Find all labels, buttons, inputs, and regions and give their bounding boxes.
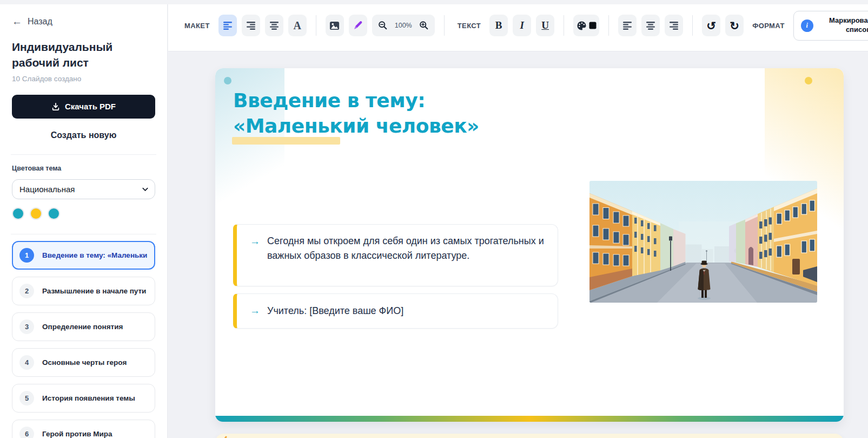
- undo-icon: ↺: [706, 20, 716, 31]
- yellow-dot-decoration: [805, 77, 812, 84]
- list-style-value: Маркированный список: [819, 16, 868, 35]
- bold-button[interactable]: B: [489, 15, 508, 36]
- street-illustration: [589, 181, 817, 303]
- layout-section-label: МАКЕТ: [184, 22, 210, 30]
- slide-canvas: Введение в тему: «Маленький человек» → С…: [168, 52, 868, 438]
- arrow-bullet-icon: →: [250, 303, 260, 319]
- arrow-bullet-icon: →: [250, 234, 260, 277]
- slide-number-badge: 3: [19, 319, 34, 334]
- insert-image-button[interactable]: [326, 15, 344, 36]
- download-pdf-label: Скачать PDF: [65, 102, 116, 111]
- slide-list-item-1[interactable]: 1 Введение в тему: «Маленький ...: [12, 241, 155, 270]
- palette-icon: [577, 21, 587, 31]
- slide-item-label: Размышление в начале пути: [42, 287, 146, 295]
- bullet-item-2[interactable]: → Учитель: [Введите ваше ФИО]: [233, 293, 558, 329]
- zoom-in-button[interactable]: [419, 21, 429, 30]
- back-button[interactable]: ← Назад: [12, 16, 155, 27]
- slide-number-badge: 2: [19, 284, 34, 298]
- toolbar-divider: [444, 15, 445, 36]
- sidebar: ← Назад Индивидуальный рабочий лист 10 С…: [0, 0, 168, 438]
- align-right-icon: [246, 21, 256, 30]
- draw-pen-button[interactable]: [349, 15, 367, 36]
- image-icon: [329, 21, 340, 31]
- slide-item-label: Определение понятия: [42, 323, 123, 331]
- theme-swatch-teal-1[interactable]: [12, 207, 24, 220]
- align-right-icon: [669, 21, 679, 30]
- zoom-control: 100%: [372, 15, 435, 36]
- color-theme-label: Цветовая тема: [12, 165, 155, 172]
- slide-title-line2: «Маленький человек»: [233, 113, 479, 139]
- slide-accent-gradient-bar: [215, 416, 844, 422]
- layout-align-right-button[interactable]: [242, 15, 260, 36]
- text-align-center-button[interactable]: [641, 15, 660, 36]
- download-icon: [51, 102, 60, 111]
- slide-list-item-5[interactable]: 5 История появления темы: [12, 384, 155, 413]
- align-left-icon: [223, 21, 233, 30]
- slide-list-item-4[interactable]: 4 Основные черты героя: [12, 348, 155, 377]
- italic-glyph: I: [520, 19, 524, 31]
- divider: [11, 154, 156, 155]
- slide-1-card: Введение в тему: «Маленький человек» → С…: [215, 68, 844, 422]
- slide-title-line1: Введение в тему:: [233, 88, 479, 113]
- redo-icon: ↻: [730, 20, 739, 31]
- toolbar-divider: [608, 15, 609, 36]
- teal-dot-decoration: [224, 77, 231, 84]
- font-style-button[interactable]: A: [288, 15, 307, 36]
- main-area: МАКЕТ A: [168, 0, 868, 438]
- back-arrow-icon: ←: [12, 16, 22, 27]
- slide-number-badge: 6: [19, 427, 34, 438]
- align-center-icon: [646, 21, 655, 30]
- theme-swatch-yellow[interactable]: [30, 207, 42, 220]
- zoom-out-button[interactable]: [378, 21, 388, 30]
- format-section-label: ФОРМАТ: [752, 22, 785, 30]
- theme-swatch-teal-2[interactable]: [48, 207, 60, 220]
- italic-button[interactable]: I: [513, 15, 531, 36]
- worksheet-title: Индивидуальный рабочий лист: [12, 40, 155, 71]
- bullet-item-1[interactable]: → Сегодня мы откроем для себя один из са…: [233, 224, 558, 286]
- bullet-text: Сегодня мы откроем для себя один из самы…: [267, 234, 545, 277]
- slides-created-count: 10 Слайдов создано: [12, 75, 155, 83]
- layout-align-center-button[interactable]: [265, 15, 283, 36]
- layout-align-left-button[interactable]: [218, 15, 237, 36]
- color-theme-select[interactable]: Национальная: [12, 179, 155, 199]
- back-label: Назад: [28, 17, 52, 27]
- undo-button[interactable]: ↺: [702, 15, 720, 36]
- download-pdf-button[interactable]: Скачать PDF: [12, 95, 155, 119]
- slide-number-badge: 1: [19, 248, 34, 263]
- toolbar-divider: [316, 15, 316, 36]
- divider: [11, 234, 156, 234]
- slide-title[interactable]: Введение в тему: «Маленький человек»: [233, 88, 479, 139]
- slide-image[interactable]: [589, 181, 817, 303]
- redo-button[interactable]: ↻: [725, 15, 744, 36]
- underline-glyph: U: [541, 19, 549, 31]
- bold-glyph: B: [495, 19, 502, 31]
- slide-list-item-2[interactable]: 2 Размышление в начале пути: [12, 277, 155, 305]
- info-icon: i: [801, 19, 813, 32]
- zoom-in-icon: [419, 21, 429, 30]
- slide-list-item-3[interactable]: 3 Определение понятия: [12, 312, 155, 341]
- slide-2-card-peek[interactable]: [215, 434, 844, 438]
- list-style-dropdown[interactable]: i Маркированный список: [793, 11, 868, 41]
- text-section-label: ТЕКСТ: [458, 22, 481, 30]
- create-new-button[interactable]: Создать новую: [12, 130, 155, 140]
- slide-item-label: Герой против Мира: [42, 430, 112, 438]
- bullet-text: Учитель: [Введите ваше ФИО]: [267, 304, 403, 318]
- slide-item-label: История появления темы: [42, 394, 135, 402]
- current-color-swatch: [589, 22, 597, 29]
- underline-button[interactable]: U: [536, 15, 554, 36]
- slide-number-badge: 5: [19, 391, 34, 406]
- toolbar-divider: [564, 15, 564, 36]
- slide-list-item-6[interactable]: 6 Герой против Мира: [12, 420, 155, 438]
- slide-item-label: Основные черты героя: [42, 358, 127, 367]
- align-left-icon: [622, 21, 632, 30]
- slide-list: 1 Введение в тему: «Маленький ... 2 Разм…: [12, 241, 155, 438]
- slide-item-label: Введение в тему: «Маленький ...: [42, 251, 148, 259]
- text-align-right-button[interactable]: [665, 15, 683, 36]
- font-icon: A: [294, 19, 301, 32]
- text-align-left-button[interactable]: [618, 15, 637, 36]
- text-color-button[interactable]: [573, 15, 599, 36]
- zoom-level-value: 100%: [394, 22, 413, 29]
- window-top-strip: [0, 0, 868, 4]
- toolbar-divider: [692, 15, 693, 36]
- toolbar: МАКЕТ A: [168, 0, 868, 51]
